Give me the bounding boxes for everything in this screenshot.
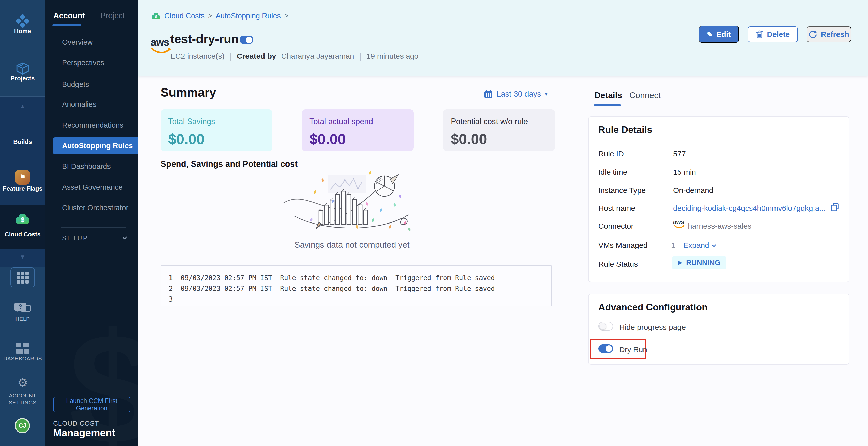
calendar-icon <box>484 90 493 99</box>
module-sidebar: Home Projects ▲ Builds ⚑ Feature Flags $… <box>0 0 45 446</box>
rule-enabled-toggle[interactable] <box>240 36 253 44</box>
aws-smile-icon <box>151 47 172 54</box>
module-selected-bg <box>0 205 45 249</box>
idle-time-value: 15 min <box>673 168 696 176</box>
edit-button[interactable]: ✎ Edit <box>699 26 739 43</box>
vms-managed-label: VMs Managed <box>598 241 647 250</box>
nav-item-cluster-orchestrator[interactable]: Cluster Orchestrator <box>62 204 128 212</box>
date-range-label: Last 30 days <box>497 90 541 99</box>
main-content: $ Cloud Costs > AutoStopping Rules > aws… <box>138 0 868 446</box>
nav-item-autostopping-rules-label: AutoStopping Rules <box>62 142 133 150</box>
help-label[interactable]: HELP <box>0 316 45 322</box>
tab-details-underline <box>594 104 621 106</box>
account-settings-label[interactable]: ACCOUNT SETTINGS <box>0 392 45 406</box>
dashboards-button[interactable] <box>16 343 29 354</box>
hide-progress-label: Hide progress page <box>619 323 686 332</box>
aws-logo-text: aws <box>151 38 172 47</box>
avatar[interactable]: CJ <box>15 418 30 433</box>
toggle-knob <box>606 345 612 352</box>
sidebar-item-builds-label[interactable]: Builds <box>0 138 45 145</box>
rule-status-label: Rule Status <box>598 260 638 269</box>
collapse-up-icon[interactable]: ▲ <box>0 103 45 110</box>
rule-id-value: 577 <box>673 150 686 158</box>
savings-illustration <box>281 165 423 241</box>
brand-name: Management <box>53 427 115 439</box>
summary-cards: Total Savings $0.00 Total actual spend $… <box>161 109 555 151</box>
idle-time-label: Idle time <box>598 168 627 176</box>
instance-type-text: EC2 instance(s) <box>170 52 224 61</box>
nav-item-asset-governance[interactable]: Asset Governance <box>62 183 123 191</box>
rule-details-title: Rule Details <box>598 125 652 135</box>
tab-details[interactable]: Details <box>595 91 622 100</box>
tab-connect[interactable]: Connect <box>629 91 661 100</box>
gear-icon[interactable]: ⚙ <box>0 376 45 390</box>
module-selector-button[interactable] <box>10 267 35 287</box>
svg-text:$: $ <box>155 14 157 19</box>
instance-type-label: Instance Type <box>598 186 646 195</box>
dashboards-icon <box>16 343 21 347</box>
rule-subtitle: EC2 instance(s) | Created by Charanya Ja… <box>170 51 418 61</box>
rule-activity-log[interactable]: 1 09/03/2023 02:57 PM IST Rule state cha… <box>161 265 552 306</box>
nav-item-anomalies[interactable]: Anomalies <box>62 100 96 109</box>
pencil-icon: ✎ <box>707 30 713 39</box>
page-title: test-dry-run <box>170 32 239 46</box>
total-actual-spend-label: Total actual spend <box>309 117 414 126</box>
dashboards-label[interactable]: DASHBOARDS <box>0 355 45 362</box>
chevron-down-icon <box>122 235 127 239</box>
projects-icon <box>15 62 30 76</box>
aws-logo: aws <box>151 38 172 55</box>
created-by-value: Charanya Jayaraman <box>281 52 354 61</box>
empty-savings-message: Savings data not computed yet <box>281 240 423 250</box>
breadcrumb-autostopping-rules[interactable]: AutoStopping Rules <box>216 12 281 20</box>
nav-item-bi-dashboards[interactable]: BI Dashboards <box>62 162 111 171</box>
nav-item-overview[interactable]: Overview <box>62 38 93 47</box>
nav-setup[interactable]: SETUP <box>62 234 126 242</box>
sidebar-item-cloud-costs-label[interactable]: Cloud Costs <box>0 231 45 238</box>
toggle-knob <box>599 323 606 330</box>
potential-cost-label: Potential cost w/o rule <box>451 117 555 126</box>
hide-progress-toggle[interactable] <box>598 322 613 331</box>
help-chat-icon: ? <box>14 303 26 311</box>
play-icon: ▶ <box>678 259 683 266</box>
rule-id-label: Rule ID <box>598 150 624 158</box>
vms-count: 1 <box>671 241 675 250</box>
date-range-selector[interactable]: Last 30 days ▾ <box>484 90 548 99</box>
host-name-link[interactable]: deciding-kodiak-cg4qcs4h0mmv6lo7gqkg.a..… <box>673 204 826 213</box>
nav-item-perspectives[interactable]: Perspectives <box>62 58 104 67</box>
sidebar-item-feature-flags-label[interactable]: Feature Flags <box>0 185 45 192</box>
nav-item-autostopping-rules[interactable]: AutoStopping Rules <box>53 137 138 154</box>
module-divider <box>0 96 45 97</box>
ccm-nav-sidebar: $ Account Project Overview Perspectives … <box>45 0 138 446</box>
header-actions: ✎ Edit Delete Refresh <box>699 26 851 43</box>
summary-heading: Summary <box>161 85 216 99</box>
tab-account[interactable]: Account <box>53 11 85 20</box>
dry-run-label: Dry Run <box>619 345 647 354</box>
nav-divider <box>61 227 126 228</box>
dry-run-toggle[interactable] <box>598 344 613 353</box>
connector-label: Connector <box>598 222 633 230</box>
sidebar-item-projects-label[interactable]: Projects <box>0 75 45 82</box>
copy-icon[interactable] <box>830 202 840 212</box>
created-age: 19 minutes ago <box>366 52 418 61</box>
caret-down-icon: ▾ <box>545 91 548 97</box>
nav-item-budgets[interactable]: Budgets <box>62 80 89 89</box>
potential-cost-value: $0.00 <box>451 131 555 147</box>
toggle-knob <box>246 37 252 43</box>
delete-button[interactable]: Delete <box>748 26 798 42</box>
panel-divider <box>573 76 574 378</box>
breadcrumb-separator: > <box>284 12 288 20</box>
tab-project[interactable]: Project <box>100 11 125 20</box>
refresh-button[interactable]: Refresh <box>807 26 851 42</box>
connector-value: harness-aws-sales <box>688 222 751 230</box>
help-button[interactable]: ? <box>14 303 31 314</box>
nav-item-recommendations[interactable]: Recommendations <box>62 121 123 129</box>
breadcrumb-separator: > <box>208 12 212 20</box>
launch-ccm-first-gen-button[interactable]: Launch CCM First Generation <box>53 397 130 412</box>
vms-expand-link[interactable]: Expand <box>683 241 709 250</box>
refresh-icon <box>809 30 817 39</box>
sidebar-item-home-label[interactable]: Home <box>0 27 45 35</box>
total-actual-spend-card: Total actual spend $0.00 <box>302 109 414 151</box>
collapse-down-icon[interactable]: ▼ <box>0 253 45 260</box>
connector-aws-logo: aws <box>673 219 685 229</box>
breadcrumb-cloud-costs[interactable]: Cloud Costs <box>164 12 205 20</box>
